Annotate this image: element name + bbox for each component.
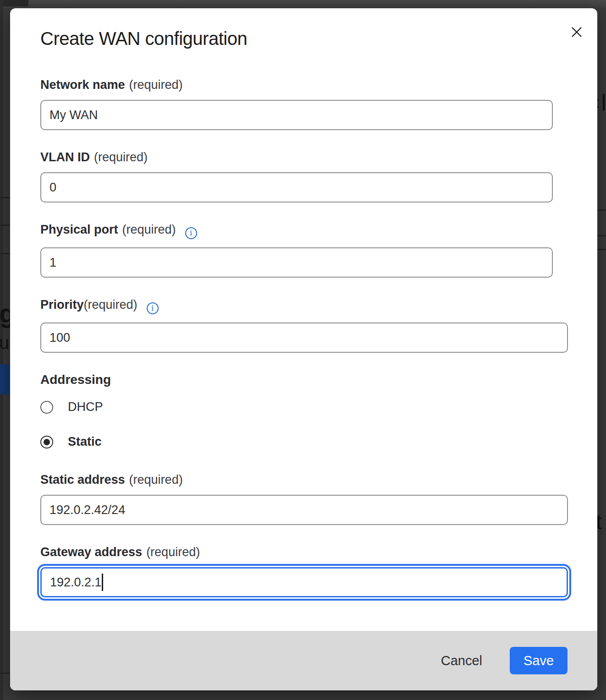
physical-port-label: Physical port(required)i <box>40 223 568 239</box>
background-table-line <box>0 673 10 674</box>
background-text-fragment: u <box>0 334 9 352</box>
radio-label-static[interactable]: Static <box>68 435 102 449</box>
text-cursor <box>102 574 103 591</box>
radio-option-static[interactable]: Static <box>40 435 568 449</box>
background-table-line <box>597 249 606 250</box>
dialog-footer: Cancel Save <box>10 631 597 690</box>
priority-field: Priority(required)i <box>40 298 568 353</box>
create-wan-dialog: Create WAN configuration Network name(re… <box>10 8 597 690</box>
radio-option-dhcp[interactable]: DHCP <box>40 400 568 414</box>
save-button[interactable]: Save <box>510 647 567 674</box>
background-table-line <box>0 253 10 254</box>
static-address-input[interactable] <box>40 495 568 525</box>
physical-port-input[interactable] <box>40 247 553 278</box>
vlan-id-field: VLAN ID(required) <box>40 150 568 202</box>
gateway-address-field: Gateway address(required) <box>40 545 568 597</box>
network-name-input[interactable] <box>40 100 553 130</box>
dialog-title: Create WAN configuration <box>40 27 568 49</box>
dialog-content: Create WAN configuration Network name(re… <box>10 8 597 631</box>
close-icon <box>567 23 586 41</box>
dimmed-overlay: g u : t Create WAN configuration Network… <box>0 0 606 700</box>
background-table-line <box>597 209 606 211</box>
background-table-line <box>0 197 10 198</box>
addressing-heading: Addressing <box>40 373 568 387</box>
priority-input[interactable] <box>40 323 568 353</box>
network-name-field: Network name(required) <box>40 78 568 130</box>
background-top-strip <box>0 0 606 8</box>
info-icon[interactable]: i <box>147 302 159 314</box>
background-table-line <box>597 235 606 236</box>
static-address-label: Static address(required) <box>40 473 568 487</box>
static-address-field: Static address(required) <box>40 473 568 525</box>
physical-port-field: Physical port(required)i <box>40 223 568 278</box>
radio-unselected-icon[interactable] <box>40 401 53 414</box>
vlan-id-input[interactable] <box>40 172 553 202</box>
gateway-address-input[interactable] <box>40 567 568 597</box>
cancel-button[interactable]: Cancel <box>436 651 487 671</box>
info-icon[interactable]: i <box>185 227 197 239</box>
vlan-id-label: VLAN ID(required) <box>40 150 568 164</box>
radio-label-dhcp[interactable]: DHCP <box>68 400 103 414</box>
background-corner-shade <box>0 0 28 6</box>
gateway-address-label: Gateway address(required) <box>40 545 568 559</box>
close-button[interactable] <box>567 23 586 41</box>
network-name-label: Network name(required) <box>40 78 568 92</box>
radio-selected-icon[interactable] <box>40 436 53 448</box>
background-text-fragment <box>603 94 605 110</box>
background-table-line <box>0 224 10 226</box>
priority-label: Priority(required)i <box>40 298 568 314</box>
